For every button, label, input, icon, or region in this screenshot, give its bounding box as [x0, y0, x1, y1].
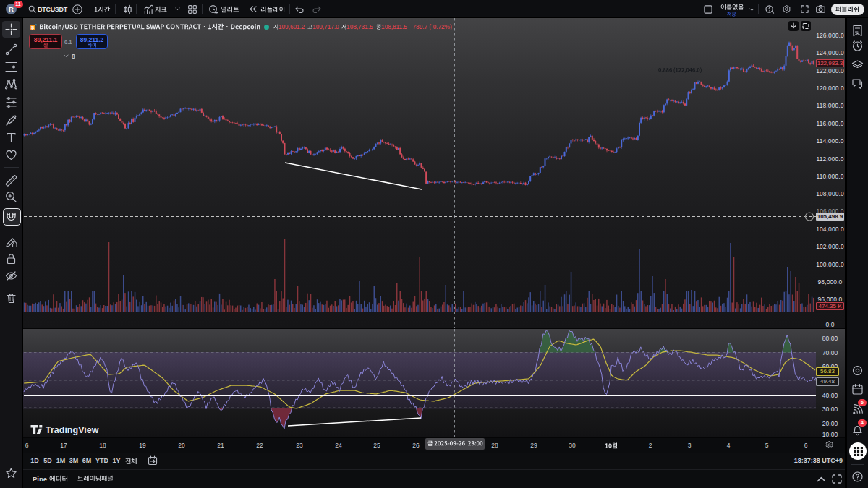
svg-text:TradingView: TradingView [46, 425, 99, 435]
svg-text:₿: ₿ [31, 25, 35, 30]
